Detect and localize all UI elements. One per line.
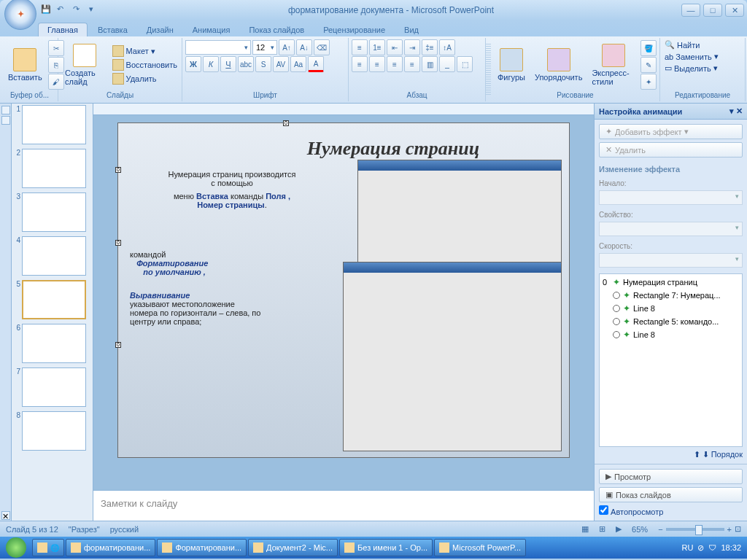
slideshow-button[interactable]: ▣ Показ слайдов	[599, 487, 743, 502]
align-left-button[interactable]: ≡	[352, 56, 368, 72]
thumb-8[interactable]: 8	[13, 411, 91, 451]
shapes-button[interactable]: Фигуры	[494, 46, 529, 84]
find-button[interactable]: 🔍 Найти	[663, 39, 701, 50]
order-controls[interactable]: ⬆ ⬇ Порядок	[599, 450, 743, 459]
indent-inc-button[interactable]: ⇥	[404, 39, 420, 55]
view-normal-icon[interactable]: ▦	[581, 524, 589, 534]
selection-handle[interactable]: 0	[115, 240, 121, 246]
replace-button[interactable]: ab Заменить ▾	[663, 51, 720, 62]
remove-effect-button[interactable]: ✕ Удалить	[599, 142, 743, 158]
tab-animation[interactable]: Анимация	[184, 23, 239, 36]
thumb-6[interactable]: 6	[13, 324, 91, 363]
indent-dec-button[interactable]: ⇤	[387, 39, 403, 55]
tray-lang[interactable]: RU	[682, 543, 694, 552]
effect-item[interactable]: ✦Line 8	[601, 328, 740, 341]
selection-handle[interactable]: 0	[115, 167, 121, 173]
effect-item[interactable]: ✦Rectangle 7: Нумерац...	[601, 289, 740, 302]
layout-button[interactable]: Макет ▾	[111, 44, 179, 58]
tab-home[interactable]: Главная	[38, 23, 88, 36]
embedded-screenshot-1[interactable]	[357, 160, 562, 276]
thumb-1[interactable]: 1	[13, 105, 91, 144]
slide-text[interactable]: Нумерация страниц производитсяс помощью	[130, 170, 334, 187]
outline-tab-strip[interactable]: ✕	[0, 104, 12, 521]
autopreview-checkbox[interactable]: Автопросмотр	[599, 505, 743, 516]
grow-font-button[interactable]: A↑	[279, 39, 295, 55]
new-slide-button[interactable]: Создать слайд	[61, 42, 109, 88]
close-button[interactable]: ✕	[725, 4, 744, 17]
align-right-button[interactable]: ≡	[387, 56, 403, 72]
tray-icon[interactable]: 🛡	[708, 543, 716, 552]
thumb-5[interactable]: 5	[13, 280, 91, 319]
shrink-font-button[interactable]: A↓	[296, 39, 312, 55]
restore-button[interactable]: Восстановить	[111, 58, 179, 71]
pane-menu-icon[interactable]: ▾ ✕	[729, 106, 743, 116]
tray-clock[interactable]: 18:32	[721, 543, 741, 552]
tab-design[interactable]: Дизайн	[138, 23, 182, 36]
smartart-button[interactable]: ⬚	[457, 56, 473, 72]
text-direction-button[interactable]: ↕A	[439, 39, 455, 55]
shadow-button[interactable]: S	[255, 56, 271, 72]
select-button[interactable]: ▭ Выделить ▾	[663, 63, 719, 74]
shape-outline-button[interactable]: ✎	[640, 57, 657, 73]
align-justify-button[interactable]: ≡	[404, 56, 420, 72]
font-size-combo[interactable]: 12	[252, 40, 277, 55]
tab-insert[interactable]: Вставка	[89, 23, 136, 36]
slide-canvas[interactable]: 0 0 0 0 Нумерация страниц Нумерация стра…	[117, 122, 570, 458]
columns-button[interactable]: ▥	[422, 56, 438, 72]
speed-combo[interactable]	[599, 253, 743, 268]
zoom-slider[interactable]: −+⊡	[658, 524, 741, 534]
delete-slide-button[interactable]: Удалить	[111, 72, 179, 85]
line-spacing-button[interactable]: ‡≡	[422, 39, 438, 55]
thumb-2[interactable]: 2	[13, 149, 91, 188]
align-text-button[interactable]: ⎯	[439, 56, 455, 72]
property-combo[interactable]	[599, 222, 743, 236]
font-family-combo[interactable]	[185, 40, 251, 55]
taskbar-item[interactable]: Форматировани...	[157, 539, 247, 556]
taskbar-item[interactable]: 🌐	[32, 539, 64, 556]
taskbar-item[interactable]: форматировани...	[66, 539, 155, 556]
slide-title[interactable]: Нумерация страниц	[229, 138, 557, 160]
thumb-4[interactable]: 4	[13, 236, 91, 276]
tab-view[interactable]: Вид	[395, 23, 427, 36]
tray-icon[interactable]: ⊘	[697, 543, 704, 553]
tab-slideshow[interactable]: Показ слайдов	[240, 23, 313, 36]
add-effect-button[interactable]: ✦ Добавить эффект ▾	[599, 124, 743, 139]
minimize-button[interactable]: —	[681, 4, 700, 17]
view-slideshow-icon[interactable]: ▶	[616, 524, 622, 534]
taskbar-item[interactable]: Без имени 1 - Op...	[339, 539, 433, 556]
italic-button[interactable]: К	[203, 56, 219, 72]
undo-icon[interactable]: ↶	[57, 4, 69, 16]
taskbar-item[interactable]: Документ2 - Mic...	[248, 539, 338, 556]
redo-icon[interactable]: ↷	[73, 4, 85, 16]
shape-effects-button[interactable]: ✦	[640, 74, 657, 90]
spacing-button[interactable]: AV	[273, 56, 289, 72]
slide-text[interactable]: Выравниваниеуказывают местоположение ном…	[130, 291, 261, 326]
embedded-screenshot-2[interactable]	[343, 262, 562, 451]
selection-handle[interactable]: 0	[115, 342, 121, 348]
tab-review[interactable]: Рецензирование	[314, 23, 394, 36]
numbering-button[interactable]: 1≡	[369, 39, 385, 55]
underline-button[interactable]: Ч	[220, 56, 236, 72]
notes-pane[interactable]: Заметки к слайду	[93, 490, 594, 521]
thumb-7[interactable]: 7	[13, 368, 91, 407]
effect-list[interactable]: 0✦Нумерация страниц ✦Rectangle 7: Нумера…	[599, 273, 743, 447]
quick-styles-button[interactable]: Экспресс-стили	[588, 42, 638, 88]
effect-item[interactable]: ✦Rectangle 5: командо...	[601, 315, 740, 328]
zoom-level[interactable]: 65%	[632, 525, 648, 534]
maximize-button[interactable]: □	[703, 4, 722, 17]
align-center-button[interactable]: ≡	[369, 56, 385, 72]
bullets-button[interactable]: ≡	[352, 39, 368, 55]
font-color-button[interactable]: A	[308, 56, 324, 72]
preview-button[interactable]: ▶ Просмотр	[599, 469, 743, 484]
view-sorter-icon[interactable]: ⊞	[599, 524, 605, 534]
arrange-button[interactable]: Упорядочить	[531, 46, 586, 84]
bold-button[interactable]: Ж	[185, 56, 201, 72]
paste-button[interactable]: Вставить	[4, 46, 46, 84]
selection-handle[interactable]: 0	[283, 120, 289, 126]
slide-text[interactable]: командой Форматирование по умолчанию ,	[130, 250, 334, 276]
shape-fill-button[interactable]: 🪣	[640, 40, 657, 56]
thumb-3[interactable]: 3	[13, 192, 91, 232]
save-icon[interactable]: 💾	[41, 4, 53, 16]
qat-more-icon[interactable]: ▾	[89, 4, 101, 16]
start-combo[interactable]	[599, 190, 743, 205]
